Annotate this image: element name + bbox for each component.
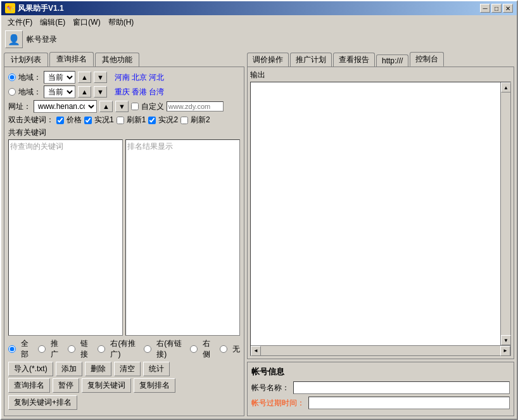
- scroll-right-btn[interactable]: ►: [500, 346, 510, 356]
- radio-link[interactable]: [68, 345, 75, 353]
- keyword-list[interactable]: 待查询的关键词: [8, 139, 123, 336]
- radio-none-label: 无: [232, 344, 240, 355]
- delete-btn[interactable]: 删除: [85, 362, 111, 376]
- check-refresh2[interactable]: [180, 117, 188, 124]
- menu-window[interactable]: 窗口(W): [69, 16, 104, 29]
- tab-console[interactable]: 控制台: [410, 52, 444, 67]
- custom-label: 自定义: [141, 101, 164, 112]
- vertical-scrollbar[interactable]: ▲ ▼: [500, 82, 510, 345]
- region2-select[interactable]: 当前: [44, 86, 75, 98]
- scroll-down-btn[interactable]: ▼: [501, 335, 511, 345]
- region1-select[interactable]: 当前: [44, 71, 75, 84]
- radio-all[interactable]: [8, 345, 16, 353]
- scroll-track[interactable]: [501, 92, 510, 335]
- region2-radio[interactable]: [8, 88, 16, 96]
- radio-right-promoted[interactable]: [98, 345, 105, 353]
- region2-label: 地域：: [18, 87, 41, 98]
- result-list[interactable]: 排名结果显示: [125, 139, 240, 336]
- radio-right-label: 右侧: [203, 338, 215, 360]
- maximize-button[interactable]: □: [491, 4, 502, 13]
- menu-help[interactable]: 帮助(H): [104, 16, 138, 29]
- pause-btn[interactable]: 暂停: [53, 378, 79, 393]
- check-live2[interactable]: [148, 117, 156, 124]
- radio-right-link[interactable]: [144, 345, 151, 353]
- minimize-button[interactable]: ─: [480, 4, 490, 13]
- tab-view-report[interactable]: 查看报告: [333, 53, 375, 67]
- tab-query-rank[interactable]: 查询排名: [49, 52, 94, 67]
- custom-url-input[interactable]: [167, 101, 224, 111]
- add-btn[interactable]: 添加: [56, 362, 82, 376]
- account-name-row: 帐号名称：: [251, 381, 510, 394]
- close-button[interactable]: ✕: [503, 4, 513, 13]
- account-name-input[interactable]: [293, 381, 510, 394]
- scroll-up-btn[interactable]: ▲: [501, 82, 511, 92]
- check-live1[interactable]: [84, 117, 92, 124]
- radio-right-promoted-label: 右(有推广): [110, 338, 139, 360]
- region2-up-btn[interactable]: ▲: [78, 86, 91, 98]
- website-down-btn[interactable]: ▼: [115, 101, 129, 112]
- account-name-label: 帐号名称：: [251, 383, 289, 393]
- tab-plan-list[interactable]: 计划列表: [4, 53, 48, 67]
- tab-promotion-plan[interactable]: 推广计划: [290, 53, 332, 67]
- bottom-controls: 全部 推广 链接 右(有推广) 右(有链接) 右侧 无: [8, 338, 240, 412]
- region1-down-btn[interactable]: ▼: [94, 72, 107, 83]
- account-expiry-label: 帐号过期时间：: [251, 398, 305, 409]
- title-bar: 🪁 风果助手V1.1 ─ □ ✕: [1, 1, 517, 15]
- website-row: 网址： www.henan.com ▲ ▼ 自定义: [8, 100, 240, 113]
- left-panel: 计划列表 查询排名 其他功能 地域： 当前 ▲ ▼ 河南 北京 河北: [4, 52, 244, 416]
- check-refresh1[interactable]: [117, 117, 124, 124]
- account-expiry-row: 帐号过期时间：: [251, 397, 510, 409]
- stats-btn[interactable]: 统计: [143, 362, 170, 376]
- keyword-list-placeholder: 待查询的关键词: [10, 142, 63, 151]
- website-select[interactable]: www.henan.com: [34, 100, 97, 113]
- tab-other[interactable]: 其他功能: [95, 53, 139, 67]
- region1-radio[interactable]: [8, 73, 16, 81]
- clear-btn[interactable]: 清空: [114, 362, 141, 376]
- copy-rank-btn[interactable]: 复制排名: [134, 378, 175, 393]
- radio-promoted[interactable]: [38, 345, 46, 353]
- window-title: 风果助手V1.1: [18, 3, 64, 14]
- radio-right-link-label: 右(有链接): [156, 338, 185, 360]
- website-label: 网址：: [8, 101, 31, 112]
- btn-row-1: 导入(*.txt) 添加 删除 清空 统计: [8, 362, 240, 376]
- main-window: 🪁 风果助手V1.1 ─ □ ✕ 文件(F) 编辑(E) 窗口(W) 帮助(H)…: [0, 0, 518, 420]
- main-content: 计划列表 查询排名 其他功能 地域： 当前 ▲ ▼ 河南 北京 河北: [1, 49, 517, 419]
- left-tab-content: 地域： 当前 ▲ ▼ 河南 北京 河北 地域： 当前 ▲: [4, 67, 244, 416]
- radio-all-label: 全部: [21, 338, 33, 360]
- radio-promoted-label: 推广: [51, 338, 63, 360]
- tab-price-ops[interactable]: 调价操作: [247, 53, 289, 67]
- radio-none[interactable]: [220, 345, 227, 353]
- tab-http[interactable]: http:///: [376, 54, 408, 67]
- window-controls: ─ □ ✕: [480, 4, 513, 13]
- query-rank-btn[interactable]: 查询排名: [8, 378, 50, 393]
- output-label: 输出: [250, 70, 511, 80]
- label-live1: 实况1: [94, 115, 114, 125]
- website-up-btn[interactable]: ▲: [99, 101, 113, 112]
- output-area[interactable]: ▲ ▼ ◄ ►: [250, 82, 511, 356]
- menu-bar: 文件(F) 编辑(E) 窗口(W) 帮助(H): [1, 15, 517, 29]
- account-info-title: 帐号信息: [251, 366, 510, 378]
- check-price[interactable]: [56, 117, 64, 124]
- region1-label: 地域：: [18, 72, 41, 83]
- region1-links[interactable]: 河南 北京 河北: [115, 72, 165, 83]
- btn-row-2: 查询排名 暂停 复制关键词 复制排名 复制关键词+排名: [8, 378, 240, 410]
- scroll-left-btn[interactable]: ◄: [251, 346, 261, 356]
- region1-up-btn[interactable]: ▲: [78, 72, 91, 83]
- copy-keywords-rank-btn[interactable]: 复制关键词+排名: [8, 395, 77, 410]
- menu-edit[interactable]: 编辑(E): [36, 16, 69, 29]
- region-row-1: 地域： 当前 ▲ ▼ 河南 北京 河北: [8, 71, 240, 84]
- custom-checkbox[interactable]: [131, 103, 139, 110]
- radio-right[interactable]: [190, 345, 198, 353]
- region2-links[interactable]: 重庆 香港 台湾: [115, 87, 165, 98]
- label-price: 价格: [66, 115, 82, 125]
- import-btn[interactable]: 导入(*.txt): [8, 362, 53, 376]
- region2-down-btn[interactable]: ▼: [94, 86, 107, 98]
- copy-keywords-btn[interactable]: 复制关键词: [82, 378, 131, 393]
- radio-link-label: 链接: [80, 338, 92, 360]
- menu-file[interactable]: 文件(F): [4, 16, 36, 29]
- left-tab-bar: 计划列表 查询排名 其他功能: [4, 52, 244, 67]
- account-expiry-input[interactable]: [308, 397, 510, 409]
- app-icon: 🪁: [5, 3, 15, 13]
- keyword-click-row: 双击关键词： 价格 实况1 刷新1 实况2 刷新2: [8, 115, 240, 125]
- horizontal-scrollbar[interactable]: ◄ ►: [251, 345, 510, 355]
